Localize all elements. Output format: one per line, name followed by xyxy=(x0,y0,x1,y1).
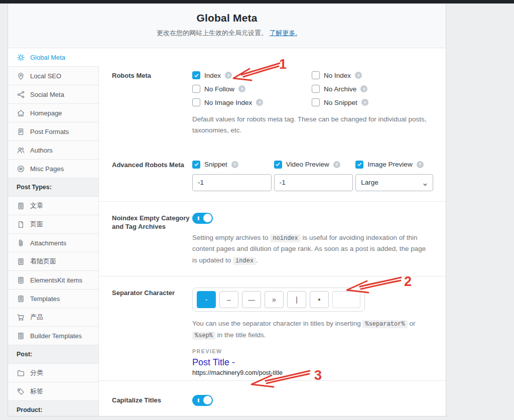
help-icon[interactable]: ? xyxy=(360,85,367,92)
help-icon[interactable]: ? xyxy=(231,161,238,168)
checkbox-label: No Image Index xyxy=(204,99,252,106)
sidebar-item-label: Social Meta xyxy=(30,91,64,98)
checkbox-video-preview[interactable]: Video Preview? xyxy=(274,160,353,170)
toggle-on-bar xyxy=(198,398,199,402)
page-subtitle: 更改在您的网站上生效的全局元设置。 了解更多. xyxy=(8,29,446,38)
paperclip-icon xyxy=(17,239,25,247)
sidebar-item-builder-templates[interactable]: Builder Templates xyxy=(8,327,98,345)
help-icon[interactable]: ? xyxy=(417,161,424,168)
separator-option-5[interactable]: • xyxy=(310,291,329,308)
checkbox-no-image-index[interactable]: No Image Index? xyxy=(192,97,312,107)
checkbox-box[interactable] xyxy=(355,161,363,169)
checkbox-box[interactable] xyxy=(312,85,320,93)
help-icon[interactable]: ? xyxy=(225,72,232,79)
sidebar-item-label: Homepage xyxy=(30,109,62,117)
capitalize-titles-toggle[interactable] xyxy=(192,395,213,406)
sidebar-item-页面[interactable]: 页面 xyxy=(8,215,98,234)
noindex-empty-description: Setting empty archives to noindex is use… xyxy=(192,232,431,266)
sidebar-item-local-seo[interactable]: Local SEO xyxy=(8,67,98,85)
checkbox-box[interactable] xyxy=(274,161,282,169)
video-preview-length-input[interactable] xyxy=(274,174,353,191)
separator-option-2[interactable]: — xyxy=(242,291,261,308)
card-header: Global Meta 更改在您的网站上生效的全局元设置。 了解更多. xyxy=(8,4,446,48)
checkbox-label: Index xyxy=(204,72,221,79)
post-icon xyxy=(17,202,25,210)
noindex-empty-toggle[interactable] xyxy=(192,213,213,224)
checkbox-index[interactable]: Index? xyxy=(192,70,312,80)
checkbox-label: No Follow xyxy=(204,85,234,93)
sidebar-item-label: 着陆页面 xyxy=(30,257,56,266)
checkbox-no-follow[interactable]: No Follow? xyxy=(192,84,312,94)
sidebar-item-post-formats[interactable]: Post Formats xyxy=(8,122,98,141)
admin-bar xyxy=(0,0,514,4)
checkbox-snippet[interactable]: Snippet? xyxy=(192,160,272,170)
section-capitalize-titles: Capitalize Titles Automatically capitali… xyxy=(99,380,446,416)
preview-url: https://machinery9.com/post-title xyxy=(192,369,431,376)
separator-custom-input[interactable] xyxy=(332,291,360,308)
separator-option-1[interactable]: – xyxy=(219,291,238,308)
sidebar-section-post: Post: xyxy=(8,345,98,364)
robots-meta-label: Robots Meta xyxy=(112,70,192,136)
separator-desc-post: in the title fields. xyxy=(217,331,266,339)
checkbox-label: Video Preview xyxy=(286,161,329,168)
sidebar-item-elementskit-items[interactable]: ElementsKit items xyxy=(8,271,98,290)
checkbox-box[interactable] xyxy=(312,98,320,106)
help-icon[interactable]: ? xyxy=(333,161,340,168)
capitalize-titles-label: Capitalize Titles xyxy=(112,395,192,416)
learn-more-link[interactable]: 了解更多. xyxy=(270,29,298,37)
code-chip-noindex: noindex xyxy=(270,234,300,242)
toggle-on-bar xyxy=(198,216,199,220)
sidebar-item-social-meta[interactable]: Social Meta xyxy=(8,85,98,104)
sidebar-item-misc-pages[interactable]: Misc Pages xyxy=(8,160,98,178)
checkbox-no-index[interactable]: No Index? xyxy=(312,70,431,80)
sidebar: Global MetaLocal SEOSocial MetaHomepageP… xyxy=(8,48,99,416)
sidebar-item-homepage[interactable]: Homepage xyxy=(8,104,98,122)
sidebar-item-分类[interactable]: 分类 xyxy=(8,364,98,382)
circle-list-icon xyxy=(17,165,25,173)
help-icon[interactable]: ? xyxy=(238,85,245,92)
preview-title: Post Title - xyxy=(192,357,431,368)
users-icon xyxy=(17,146,25,155)
image-preview-select[interactable]: Large xyxy=(355,174,433,191)
sidebar-item-文章[interactable]: 文章 xyxy=(8,197,98,215)
snippet-length-input[interactable] xyxy=(192,174,272,191)
sidebar-item-templates[interactable]: Templates xyxy=(8,290,98,308)
advanced-column-video-preview: Video Preview? xyxy=(274,160,353,191)
capitalize-titles-description: Automatically capitalize the first chara… xyxy=(192,414,431,416)
advanced-select-wrap: Large xyxy=(355,174,433,191)
checkbox-image-preview[interactable]: Image Preview? xyxy=(355,160,433,170)
settings-card: Global Meta 更改在您的网站上生效的全局元设置。 了解更多. Glob… xyxy=(8,4,446,416)
main-content: Robots Meta Index?No Index?No Follow?No … xyxy=(99,48,446,416)
sidebar-item-产品[interactable]: 产品 xyxy=(8,308,98,327)
noindex-desc-pre: Setting empty archives to xyxy=(192,234,269,241)
checkbox-box[interactable] xyxy=(192,71,200,79)
sidebar-item-label: Misc Pages xyxy=(30,165,64,173)
sidebar-item-label: Post Formats xyxy=(30,128,69,135)
help-icon[interactable]: ? xyxy=(256,99,263,106)
checkbox-box[interactable] xyxy=(192,85,200,93)
noindex-empty-label: Noindex Empty Category and Tag Archives xyxy=(112,213,192,266)
sidebar-item-global-meta[interactable]: Global Meta xyxy=(8,48,99,67)
help-icon[interactable]: ? xyxy=(355,72,362,79)
checkbox-no-archive[interactable]: No Archive? xyxy=(312,84,431,94)
checkbox-box[interactable] xyxy=(192,98,200,106)
help-icon[interactable]: ? xyxy=(361,99,368,106)
sidebar-item-label: 产品 xyxy=(30,313,43,322)
separator-option-4[interactable]: | xyxy=(287,291,306,308)
page-title: Global Meta xyxy=(8,12,446,24)
sidebar-item-label: Templates xyxy=(30,295,60,303)
post-icon xyxy=(17,257,25,266)
checkbox-box[interactable] xyxy=(312,71,320,79)
separator-option-0[interactable]: - xyxy=(197,291,216,308)
page-icon xyxy=(17,220,25,229)
home-icon xyxy=(17,109,25,117)
separator-option-3[interactable]: » xyxy=(265,291,284,308)
post-icon xyxy=(17,295,25,303)
checkbox-no-snippet[interactable]: No Snippet? xyxy=(312,97,431,107)
sidebar-item-attachments[interactable]: Attachments xyxy=(8,234,98,252)
sidebar-item-标签[interactable]: 标签 xyxy=(8,382,98,401)
sidebar-item-authors[interactable]: Authors xyxy=(8,141,98,160)
checkbox-box[interactable] xyxy=(192,161,200,169)
separator-character-label: Separator Character xyxy=(112,288,192,376)
sidebar-item-着陆页面[interactable]: 着陆页面 xyxy=(8,252,98,271)
